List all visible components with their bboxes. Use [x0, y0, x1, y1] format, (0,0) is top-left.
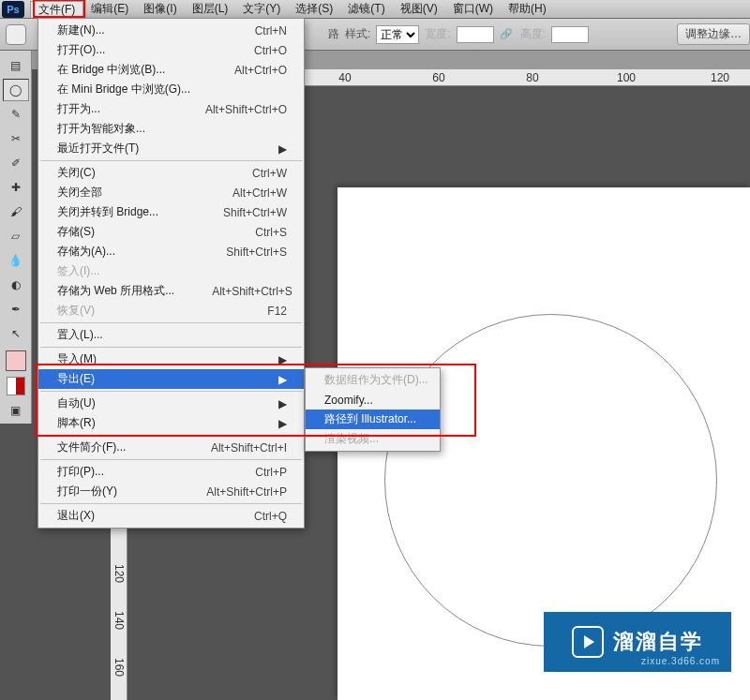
file-menu-item-label: 打开为智能对象...: [57, 121, 287, 137]
dodge-tool[interactable]: ◐: [3, 274, 29, 296]
submenu-arrow-icon: ▶: [278, 417, 287, 430]
lasso-tool[interactable]: ✎: [3, 103, 29, 126]
export-menu-item-3: 渲染视频...: [306, 429, 440, 449]
quick-mask-toggle[interactable]: [7, 377, 25, 395]
menu-layer[interactable]: 图层(L): [185, 1, 236, 18]
healing-tool[interactable]: ✚: [3, 176, 29, 199]
file-menu-item-27[interactable]: 打印(P)...Ctrl+P: [38, 462, 304, 482]
marquee-tool[interactable]: ◯: [3, 79, 29, 101]
shortcut-label: Ctrl+W: [252, 167, 287, 180]
shortcut-label: Ctrl+Q: [254, 510, 287, 523]
shortcut-label: Shift+Ctrl+S: [226, 246, 287, 259]
export-submenu: 数据组作为文件(D)...Zoomify...路径到 Illustrator..…: [305, 367, 441, 452]
file-menu-item-10[interactable]: 关闭并转到 Bridge...Shift+Ctrl+W: [38, 202, 304, 222]
file-menu-item-label: 最近打开文件(T): [57, 141, 241, 156]
file-menu-item-15: 恢复(V)F12: [38, 301, 304, 320]
file-menu-item-2[interactable]: 在 Bridge 中浏览(B)...Alt+Ctrl+O: [38, 60, 304, 80]
style-select[interactable]: 正常: [376, 25, 419, 44]
move-tool[interactable]: ▤: [3, 54, 29, 77]
file-menu-item-11[interactable]: 存储(S)Ctrl+S: [38, 222, 304, 242]
menu-select[interactable]: 选择(S): [288, 1, 340, 18]
menu-file[interactable]: 文件(F): [30, 1, 83, 18]
file-menu-item-label: 打印一份(Y): [57, 484, 169, 499]
file-menu-item-label: 退出(X): [57, 508, 217, 524]
file-menu-item-label: 存储为 Web 所用格式...: [57, 283, 174, 299]
file-menu-item-label: 新建(N)...: [57, 22, 218, 38]
file-menu-item-14[interactable]: 存储为 Web 所用格式...Alt+Shift+Ctrl+S: [38, 281, 304, 301]
menu-image[interactable]: 图像(I): [136, 1, 184, 18]
export-menu-item-0: 数据组作为文件(D)...: [306, 370, 440, 390]
file-menu-item-20[interactable]: 导出(E)▶: [38, 369, 304, 389]
watermark: 溜溜自学 zixue.3d66.com: [544, 612, 731, 672]
path-tool[interactable]: ↖: [3, 322, 29, 345]
file-menu-item-19[interactable]: 导入(M)▶: [38, 350, 304, 369]
pen-tool[interactable]: ✒: [3, 298, 29, 320]
menu-type[interactable]: 文字(Y): [235, 1, 288, 18]
crop-tool[interactable]: ✂: [3, 127, 29, 150]
eyedropper-tool[interactable]: ✐: [3, 152, 29, 174]
file-menu-item-8[interactable]: 关闭(C)Ctrl+W: [38, 163, 304, 183]
menu-window[interactable]: 窗口(W): [445, 1, 501, 18]
file-menu-item-6[interactable]: 最近打开文件(T)▶: [38, 139, 304, 158]
shortcut-label: F12: [267, 305, 287, 318]
menu-filter[interactable]: 滤镜(T): [340, 1, 392, 18]
export-menu-item-label: 数据组作为文件(D)...: [324, 372, 428, 388]
file-menu-item-5[interactable]: 打开为智能对象...: [38, 119, 304, 139]
file-menu-item-12[interactable]: 存储为(A)...Shift+Ctrl+S: [38, 242, 304, 261]
file-menu-item-label: 置入(L)...: [57, 327, 287, 343]
shortcut-label: Ctrl+S: [255, 226, 287, 239]
file-menu-item-30[interactable]: 退出(X)Ctrl+Q: [38, 506, 304, 526]
file-menu-item-label: 导入(M): [57, 351, 241, 367]
menu-help[interactable]: 帮助(H): [501, 1, 554, 18]
height-input[interactable]: [551, 26, 589, 43]
style-label: 样式:: [345, 26, 370, 42]
screen-mode[interactable]: ▣: [3, 399, 29, 422]
file-menu-item-label: 导出(E): [57, 371, 241, 387]
shortcut-label: Alt+Shift+Ctrl+P: [206, 485, 287, 499]
file-menu-item-9[interactable]: 关闭全部Alt+Ctrl+W: [38, 183, 304, 202]
file-menu-item-label: 关闭(C): [57, 165, 215, 181]
file-menu-item-label: 关闭并转到 Bridge...: [57, 204, 186, 220]
submenu-arrow-icon: ▶: [278, 353, 287, 366]
play-icon: [572, 626, 604, 658]
tool-preset-picker[interactable]: [6, 24, 26, 45]
export-menu-item-2[interactable]: 路径到 Illustrator...: [306, 410, 440, 429]
shortcut-label: Alt+Shift+Ctrl+I: [211, 441, 287, 454]
brush-tool[interactable]: 🖌: [3, 201, 29, 223]
menu-bar: Ps 文件(F) 编辑(E) 图像(I) 图层(L) 文字(Y) 选择(S) 滤…: [0, 0, 750, 19]
menu-edit[interactable]: 编辑(E): [83, 1, 136, 18]
file-menu-item-3[interactable]: 在 Mini Bridge 中浏览(G)...: [38, 80, 304, 99]
refine-edge-button[interactable]: 调整边缘…: [677, 23, 750, 45]
file-menu-item-22[interactable]: 自动(U)▶: [38, 394, 304, 413]
foreground-color[interactable]: [6, 350, 26, 371]
file-menu-item-label: 打印(P)...: [57, 464, 218, 480]
tool-palette: ▤ ◯ ✎ ✂ ✐ ✚ 🖌 ▱ 💧 ◐ ✒ ↖ ▣: [0, 51, 32, 424]
eraser-tool[interactable]: ▱: [3, 225, 29, 247]
file-menu-item-23[interactable]: 脚本(R)▶: [38, 413, 304, 433]
file-menu-item-4[interactable]: 打开为...Alt+Shift+Ctrl+O: [38, 99, 304, 119]
file-menu-item-0[interactable]: 新建(N)...Ctrl+N: [38, 21, 304, 40]
file-menu-item-17[interactable]: 置入(L)...: [38, 325, 304, 345]
menu-view[interactable]: 视图(V): [393, 1, 445, 18]
submenu-arrow-icon: ▶: [278, 142, 287, 156]
file-menu-item-1[interactable]: 打开(O)...Ctrl+O: [38, 40, 304, 60]
file-menu-item-label: 恢复(V): [57, 303, 230, 319]
watermark-brand: 溜溜自学: [613, 628, 703, 656]
width-input[interactable]: [457, 26, 494, 43]
width-label: 宽度:: [425, 26, 450, 42]
shortcut-label: Ctrl+N: [255, 24, 287, 37]
link-icon[interactable]: [500, 27, 515, 42]
export-menu-item-1[interactable]: Zoomify...: [306, 390, 440, 410]
file-menu-item-label: 在 Bridge 中浏览(B)...: [57, 62, 197, 78]
file-menu-item-label: 脚本(R): [57, 415, 241, 431]
shortcut-label: Shift+Ctrl+W: [223, 206, 287, 219]
file-menu-item-25[interactable]: 文件简介(F)...Alt+Shift+Ctrl+I: [38, 438, 304, 457]
file-menu-item-28[interactable]: 打印一份(Y)Alt+Shift+Ctrl+P: [38, 482, 304, 501]
submenu-arrow-icon: ▶: [278, 373, 287, 386]
file-menu-item-13: 签入(I)...: [38, 261, 304, 281]
shortcut-label: Ctrl+O: [254, 44, 287, 57]
file-menu-item-label: 关闭全部: [57, 185, 195, 201]
submenu-arrow-icon: ▶: [278, 397, 287, 410]
shortcut-label: Alt+Ctrl+O: [234, 64, 287, 77]
blur-tool[interactable]: 💧: [3, 249, 29, 272]
